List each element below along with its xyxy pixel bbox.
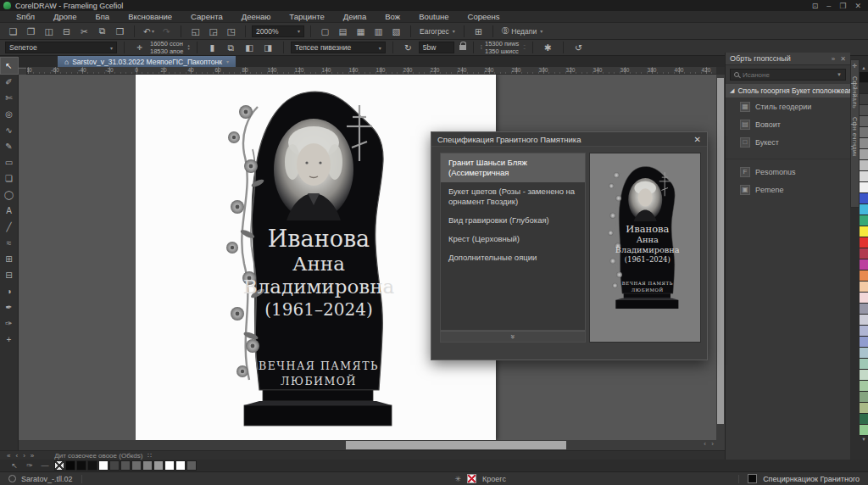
color-swatch[interactable] — [109, 460, 120, 471]
color-swatch[interactable] — [860, 381, 868, 392]
docker-item[interactable]: □ Букест — [726, 133, 850, 151]
outline-tool-icon[interactable]: ✒ — [1, 299, 18, 315]
import-icon[interactable]: ◱ — [187, 25, 203, 38]
color-swatch[interactable] — [131, 460, 142, 471]
page-options-icon[interactable]: ∷ — [147, 452, 152, 460]
rotate-icon[interactable]: ↻ — [400, 41, 416, 54]
freehand-tool-icon[interactable]: ∿ — [1, 122, 18, 138]
settings-gear-icon[interactable]: ✱ — [540, 41, 556, 54]
workspace-icon[interactable]: ⊞ — [470, 25, 487, 38]
docker-item[interactable]: ▦ Стиль геодерии — [726, 98, 850, 115]
page-tab[interactable]: Дит созеочее овоое (Обкds) — [54, 452, 142, 460]
help-window-icon[interactable]: ⊡ — [812, 2, 819, 10]
docker-vertical-tab[interactable]: Сфйнйаль — [852, 76, 858, 109]
horizontal-scrollbar[interactable]: ‹ › — [19, 440, 716, 450]
shape-tool-icon[interactable]: ✐ — [1, 74, 18, 90]
document-tab[interactable]: ⌂ Sarstov_v_31.03.2022 МеяпоеГIС_Пакопто… — [58, 56, 236, 67]
color-swatch[interactable] — [860, 138, 868, 149]
color-swatch[interactable] — [860, 326, 868, 337]
color-swatch[interactable] — [860, 270, 868, 282]
menu-item[interactable]: Сореенs — [459, 11, 509, 23]
color-swatch[interactable] — [860, 315, 868, 326]
zoom-tool-icon[interactable]: ◎ — [1, 106, 18, 122]
color-swatch[interactable] — [860, 370, 868, 381]
snap-to-icon[interactable]: ▧ — [388, 25, 404, 38]
color-swatch[interactable] — [65, 460, 75, 471]
menu-item[interactable]: Вож — [376, 11, 409, 23]
rectangle-tool-icon[interactable]: ▭ — [1, 154, 18, 170]
menu-item[interactable]: Boutuне — [409, 11, 458, 23]
refresh-icon[interactable]: ↺ — [570, 41, 587, 54]
last-page-button[interactable]: » — [31, 452, 34, 460]
menu-item[interactable]: Сарента — [181, 11, 232, 23]
horizontal-scrollbar-thumb[interactable] — [346, 441, 566, 449]
color-swatch[interactable] — [860, 293, 868, 304]
specification-list-item[interactable]: Дополнительные ояции — [441, 248, 585, 267]
vertical-scrollbar[interactable] — [716, 75, 725, 440]
filter-icon[interactable]: ▼ — [837, 72, 842, 77]
dialog-close-icon[interactable]: ✕ — [694, 135, 701, 144]
frame-tool-icon[interactable]: ⊞ — [1, 251, 18, 267]
expand-triangle-icon[interactable]: ◢ — [730, 87, 734, 94]
color-swatch[interactable] — [860, 72, 868, 83]
color-swatch[interactable] — [860, 248, 868, 259]
close-button[interactable]: ✕ — [854, 2, 861, 10]
color-swatch[interactable] — [860, 348, 868, 359]
color-swatch[interactable] — [175, 460, 186, 471]
docker-item[interactable]: ▣ Pemene — [726, 181, 850, 198]
color-swatch[interactable] — [860, 392, 868, 403]
docker-item[interactable]: F Pesomonus — [726, 163, 850, 181]
scale-icon[interactable]: ⧉ — [223, 41, 239, 54]
artistic-media-tool-icon[interactable]: ✎ — [1, 138, 18, 154]
view-grid-icon[interactable]: ▦ — [353, 25, 369, 38]
mirror-h-icon[interactable]: ◧ — [242, 41, 258, 54]
docker-item[interactable]: ▤ Вовоит — [726, 115, 850, 133]
color-swatch[interactable] — [860, 237, 868, 248]
color-swatch[interactable] — [860, 226, 868, 237]
next-page-button[interactable]: › — [23, 452, 25, 460]
object-width-field[interactable]: 15300 пиws — [485, 41, 519, 47]
connector-tool-icon[interactable]: ✑ — [1, 315, 18, 332]
docker-add-icon[interactable]: ✛ — [853, 63, 858, 70]
zoom-level-select[interactable]: 2000%▾ — [252, 25, 304, 37]
color-swatch[interactable] — [860, 171, 868, 182]
eyedropper-icon[interactable]: ✑ — [24, 461, 36, 470]
color-swatch[interactable] — [76, 460, 86, 471]
xy-spinner[interactable]: ▴▾ — [188, 44, 190, 51]
specification-list-item[interactable]: Вид гравировки (Глубокая) — [441, 211, 585, 230]
search-input[interactable] — [743, 71, 833, 79]
save-icon[interactable]: ◫ — [41, 25, 57, 38]
docker-close-icon[interactable]: ✕ — [840, 55, 846, 63]
object-y-field[interactable]: 18530 апое — [150, 48, 184, 55]
preset-select[interactable]: Senетое▾ — [5, 42, 117, 53]
polygon-tool-icon[interactable]: ❏ — [1, 170, 18, 187]
list-scroll-down[interactable]: » — [440, 331, 586, 343]
dialog-title-bar[interactable]: Спецификация Гранитного Памятника ✕ — [431, 132, 707, 147]
menu-item[interactable]: Деипа — [334, 11, 376, 23]
color-swatch[interactable] — [860, 94, 868, 105]
vertical-scrollbar-thumb[interactable] — [717, 78, 724, 424]
color-swatch[interactable] — [860, 160, 868, 171]
fill-tool-icon[interactable]: ◑ — [1, 283, 18, 299]
menu-item[interactable]: Тарцинте — [280, 11, 333, 23]
mirror-v-icon[interactable]: ◨ — [260, 41, 276, 54]
app-launcher-icon[interactable]: ◳ — [223, 25, 239, 38]
color-swatch[interactable] — [860, 105, 868, 116]
palette-pick-icon[interactable]: ↖ — [8, 461, 20, 470]
docker-group-header[interactable]: ◢ Споль гоооргня Букет сполонжеамный — [726, 84, 850, 98]
crop-tool-icon[interactable]: ✄ — [1, 90, 18, 106]
angle-field[interactable]: 5bw — [419, 42, 454, 53]
scroll-left-icon[interactable]: ‹ — [704, 440, 706, 448]
color-swatch[interactable] — [860, 304, 868, 315]
wh-spinner[interactable]: −− — [523, 44, 526, 51]
color-swatch[interactable] — [860, 425, 868, 436]
specification-list-item[interactable]: Букет цветов (Розы - заменено на орнамен… — [441, 182, 585, 211]
median-select[interactable]: Ⓑ Недаnи▾ — [499, 26, 545, 36]
cut-icon[interactable]: ✂ — [76, 25, 92, 38]
color-swatch[interactable] — [87, 460, 97, 471]
color-swatch[interactable] — [860, 182, 868, 193]
color-swatch[interactable] — [860, 127, 868, 138]
ellipse-tool-icon[interactable]: ◯ — [1, 187, 18, 203]
color-swatch[interactable] — [860, 259, 868, 270]
docker-collapse-icon[interactable]: » — [832, 55, 835, 63]
